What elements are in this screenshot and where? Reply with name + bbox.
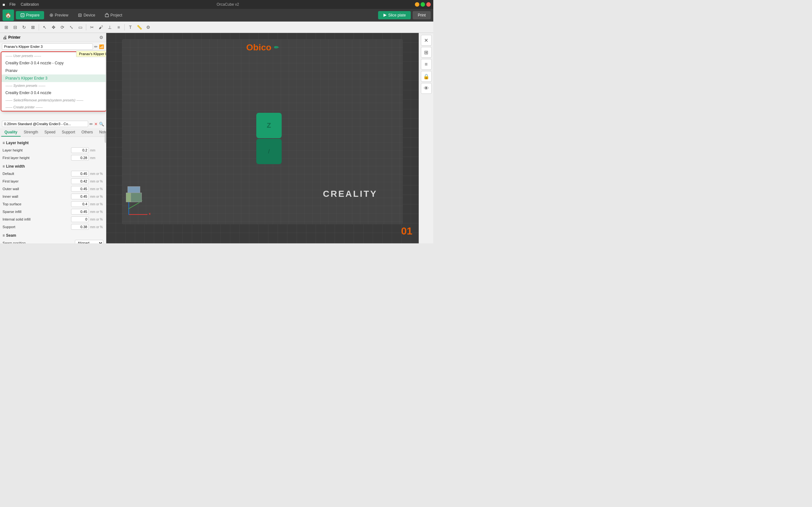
toolbar-icon-measure[interactable]: 📏	[136, 23, 143, 31]
profile-select-input[interactable]	[2, 121, 88, 127]
input-inner-wall[interactable]	[71, 193, 89, 199]
section-line-width: ≡ Line width	[3, 164, 103, 169]
printer-settings-gear[interactable]: ⚙	[99, 35, 103, 40]
navbar: 🏠 Prepare Preview Device Project Slice p…	[0, 9, 433, 21]
minimize-button[interactable]	[415, 2, 419, 7]
toolbar-icon-arrange[interactable]: ⊟	[11, 23, 19, 31]
close-button[interactable]	[426, 2, 431, 7]
toolbar-icon-text[interactable]: T	[126, 23, 134, 31]
setting-inner-wall: Inner wall mm or %	[3, 193, 103, 200]
toolbar-icon-misc[interactable]: ⚙	[144, 23, 152, 31]
preview-icon	[49, 13, 54, 17]
window-title: OrcaCube v2	[44, 2, 412, 7]
input-sparse-infill[interactable]	[71, 209, 89, 215]
printer-icon: 🖨	[3, 35, 7, 40]
profile-search-icon[interactable]: 🔍	[99, 122, 104, 126]
setting-support: Support mm or %	[3, 223, 103, 231]
profile-delete-icon[interactable]: ✕	[94, 122, 98, 126]
main-layout: 🖨 Printer ⚙ ✏ 📶 ------ User presets ----…	[0, 33, 433, 243]
dropdown-item-system-presets: ------ System presets ------	[2, 82, 106, 89]
obj-bottom-face: /	[256, 139, 282, 164]
input-outer-wall[interactable]	[71, 186, 89, 192]
printer-edit-icon[interactable]: ✏	[94, 44, 98, 49]
tab-support[interactable]: Support	[59, 128, 78, 136]
toolbar-icon-select[interactable]: ↖	[41, 23, 49, 31]
toolbar-icon-move[interactable]: ✥	[50, 23, 57, 31]
section-icon-layer: ≡	[3, 141, 5, 145]
toolbar-icon-support[interactable]: ⊥	[106, 23, 113, 31]
toolbar-icon-cut[interactable]: ✂	[88, 23, 96, 31]
project-icon	[105, 13, 109, 17]
printer-select-row: ✏ 📶	[2, 43, 104, 50]
input-top-surface[interactable]	[71, 201, 89, 207]
slice-icon	[383, 13, 387, 17]
input-internal-solid[interactable]	[71, 216, 89, 222]
app-logo: ■	[3, 2, 5, 7]
input-default[interactable]	[71, 171, 89, 176]
setting-seam-position: Seam position Aligned Random Rear Neares…	[3, 239, 103, 243]
right-icon-eye[interactable]: 👁	[421, 83, 432, 94]
menu-bar: File Calibration	[8, 2, 41, 7]
input-first-layer-height[interactable]	[71, 155, 89, 161]
left-panel: 🖨 Printer ⚙ ✏ 📶 ------ User presets ----…	[0, 33, 106, 243]
tab-preview[interactable]: Preview	[45, 11, 73, 19]
toolbar-separator-3	[124, 24, 125, 31]
tab-prepare[interactable]: Prepare	[16, 11, 44, 19]
obico-edit-icon[interactable]: ✏	[274, 44, 279, 51]
slice-button[interactable]: Slice plate	[378, 11, 411, 19]
toolbar-icon-split[interactable]: ⊠	[29, 23, 37, 31]
dropdown-item-select-remove: ------ Select/Remove printers(system pre…	[2, 97, 106, 104]
home-button[interactable]: 🏠	[3, 9, 14, 21]
settings-scroll: ≡ Layer height Layer height mm First lay…	[0, 137, 106, 243]
dropdown-item-pranav[interactable]: Pranav	[2, 67, 106, 74]
window-controls	[415, 2, 431, 7]
dropdown-item-creality-copy[interactable]: Creality Ender-3 0.4 nozzle - Copy	[2, 59, 106, 67]
printer-select-input[interactable]	[2, 43, 93, 50]
tab-others[interactable]: Others	[78, 128, 96, 136]
toolbar-icon-seam[interactable]: ≡	[115, 23, 122, 31]
dropdown-item-creality-system[interactable]: Creality Ender-3 0.4 nozzle	[2, 89, 106, 97]
setting-first-layer: First layer mm or %	[3, 177, 103, 185]
orientation-cube	[126, 186, 142, 205]
dropdown-item-pranav-klipper[interactable]: Pranav's Klipper Ender 3	[2, 74, 106, 82]
prepare-icon	[20, 13, 25, 17]
right-icon-layers[interactable]: ⊞	[421, 47, 432, 58]
profile-bar: ✏ ✕ 🔍	[2, 121, 104, 127]
print-button[interactable]: Print	[413, 11, 431, 19]
right-icon-lock[interactable]: 🔒	[421, 71, 432, 82]
svg-rect-4	[105, 14, 109, 17]
input-support[interactable]	[71, 224, 89, 230]
maximize-button[interactable]	[420, 2, 425, 7]
printer-wifi-icon: 📶	[99, 44, 104, 49]
section-icon-seam: ≡	[3, 233, 5, 238]
tab-speed[interactable]: Speed	[41, 128, 59, 136]
toolbar-icon-scale[interactable]: ⤡	[67, 23, 75, 31]
file-menu[interactable]: File	[8, 2, 17, 7]
right-icon-list[interactable]: ≡	[421, 59, 432, 70]
profile-edit-icon[interactable]: ✏	[90, 122, 93, 126]
tab-strength[interactable]: Strength	[20, 128, 41, 136]
input-layer-height[interactable]	[71, 147, 89, 153]
calibration-menu[interactable]: Calibration	[19, 2, 41, 7]
axis-x-label: x	[149, 212, 151, 216]
viewport: CREALITY 01 Obico ✏ Z / x y z	[106, 33, 419, 243]
tab-quality[interactable]: Quality	[1, 128, 20, 136]
setting-layer-height: Layer height mm	[3, 147, 103, 154]
tab-device[interactable]: Device	[73, 11, 100, 19]
printer-dropdown[interactable]: ------ User presets ------ Creality Ende…	[1, 52, 106, 111]
3d-object[interactable]: Z /	[256, 113, 282, 164]
toolbar-icon-orient[interactable]: ↻	[20, 23, 28, 31]
right-icon-close[interactable]: ✕	[421, 35, 432, 46]
toolbar: ⊞ ⊟ ↻ ⊠ ↖ ✥ ⟳ ⤡ ▭ ✂ 🖌 ⊥ ≡ T 📏 ⚙	[0, 21, 433, 33]
toolbar-icon-paint[interactable]: 🖌	[97, 23, 105, 31]
toolbar-icon-grid[interactable]: ⊞	[3, 23, 10, 31]
setting-default: Default mm or %	[3, 170, 103, 177]
input-first-layer[interactable]	[71, 178, 89, 184]
tab-project[interactable]: Project	[100, 11, 126, 19]
svg-marker-5	[384, 14, 387, 17]
toolbar-icon-flatten[interactable]: ▭	[77, 23, 84, 31]
select-seam-position[interactable]: Aligned Random Rear Nearest	[75, 240, 103, 243]
quality-tabs: Quality Strength Speed Support Others No…	[0, 128, 106, 137]
toolbar-icon-rotate[interactable]: ⟳	[59, 23, 66, 31]
printer-label: Printer	[8, 35, 98, 40]
